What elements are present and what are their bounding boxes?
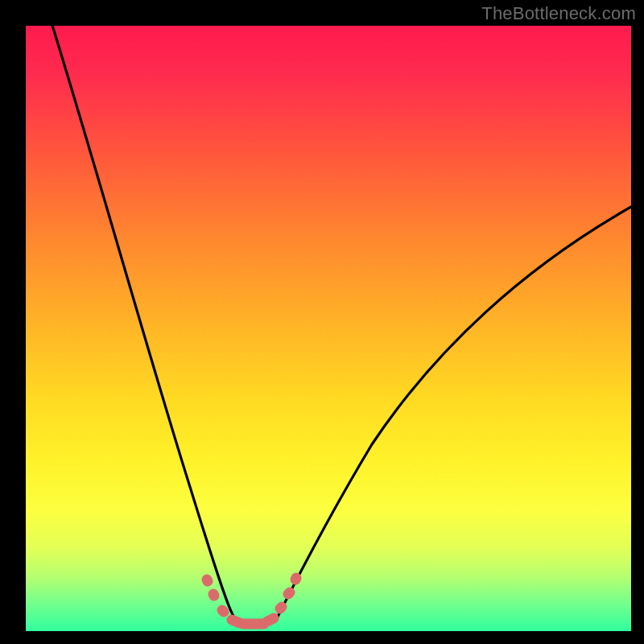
curve-layer	[26, 26, 631, 631]
plot-area	[26, 26, 631, 631]
chart-frame: TheBottleneck.com	[0, 0, 644, 644]
watermark-text: TheBottleneck.com	[481, 3, 636, 24]
left-branch-curve	[50, 26, 237, 623]
right-branch-curve	[275, 207, 631, 621]
